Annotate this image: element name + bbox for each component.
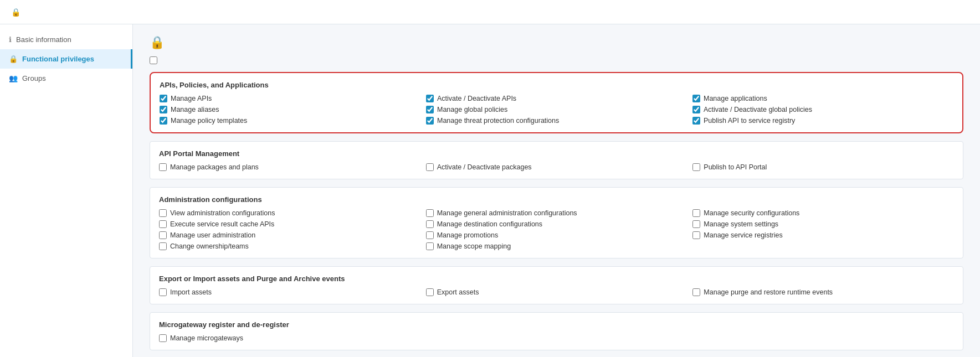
checkbox-item[interactable]: Manage service registries <box>692 231 954 239</box>
checkbox-item[interactable]: Manage applications <box>692 95 953 102</box>
checkbox-export-import-purge-1[interactable] <box>426 288 434 296</box>
checkbox-label: Export assets <box>437 288 479 296</box>
checkbox-administration-configurations-4[interactable] <box>426 220 434 228</box>
checkbox-administration-configurations-7[interactable] <box>426 231 434 239</box>
lock-icon: 🔒 <box>11 8 20 17</box>
checkbox-api-portal-management-0[interactable] <box>159 163 167 171</box>
checkbox-administration-configurations-5[interactable] <box>692 220 700 228</box>
sections-container: APIs, Policies, and ApplicationsManage A… <box>150 72 963 350</box>
checkbox-item[interactable]: Import assets <box>159 288 420 296</box>
checkbox-item[interactable]: Publish to API Portal <box>692 163 954 171</box>
sidebar: ℹ Basic information 🔒 Functional privile… <box>0 24 133 357</box>
section-title-administration-configurations: Administration configurations <box>159 195 954 204</box>
checkbox-administration-configurations-3[interactable] <box>159 220 167 228</box>
checkbox-item[interactable]: Manage system settings <box>692 220 954 228</box>
checkbox-label: Manage microgateways <box>170 334 243 342</box>
checkbox-item[interactable]: Activate / Deactivate APIs <box>426 95 687 102</box>
content-area: 🔒 APIs, Policies, and ApplicationsManage… <box>133 24 980 357</box>
section-apis-policies-applications: APIs, Policies, and ApplicationsManage A… <box>150 72 963 133</box>
checkbox-label: Manage service registries <box>704 231 782 239</box>
select-all-checkbox[interactable] <box>150 56 157 64</box>
checkbox-item[interactable]: Execute service result cache APIs <box>159 220 420 228</box>
sidebar-label-groups: Groups <box>22 74 46 82</box>
sidebar-label-basic-information: Basic information <box>16 35 71 44</box>
checkbox-label: Manage general administration configurat… <box>437 209 577 217</box>
checkbox-item[interactable]: Manage promotions <box>426 231 687 239</box>
checkbox-export-import-purge-2[interactable] <box>692 288 700 296</box>
checkbox-microgateway-0[interactable] <box>159 334 167 342</box>
checkbox-item[interactable]: Manage destination configurations <box>426 220 687 228</box>
checkbox-item[interactable]: View administration configurations <box>159 209 420 217</box>
checkbox-item[interactable]: Manage general administration configurat… <box>426 209 687 217</box>
checkbox-export-import-purge-0[interactable] <box>159 288 167 296</box>
checkbox-administration-configurations-1[interactable] <box>426 209 434 217</box>
items-grid-export-import-purge: Import assetsExport assetsManage purge a… <box>159 288 954 296</box>
page-title-lock-icon: 🔒 <box>150 35 165 50</box>
sidebar-item-groups[interactable]: 👥 Groups <box>0 69 132 88</box>
page-header-title: 🔒 <box>11 8 24 17</box>
checkbox-administration-configurations-10[interactable] <box>426 242 434 250</box>
checkbox-item[interactable]: Manage packages and plans <box>159 163 420 171</box>
checkbox-api-portal-management-2[interactable] <box>692 163 700 171</box>
items-grid-administration-configurations: View administration configurationsManage… <box>159 209 954 250</box>
checkbox-label: Publish to API Portal <box>704 163 767 171</box>
checkbox-administration-configurations-8[interactable] <box>692 231 700 239</box>
checkbox-label: Manage system settings <box>704 220 778 228</box>
items-grid-apis-policies-applications: Manage APIsActivate / Deactivate APIsMan… <box>160 95 953 125</box>
checkbox-administration-configurations-9[interactable] <box>159 242 167 250</box>
checkbox-label: Import assets <box>170 288 212 296</box>
checkbox-label: Manage promotions <box>437 231 498 239</box>
checkbox-administration-configurations-6[interactable] <box>159 231 167 239</box>
checkbox-item[interactable]: Manage scope mapping <box>426 242 687 250</box>
checkbox-administration-configurations-2[interactable] <box>692 209 700 217</box>
items-grid-api-portal-management: Manage packages and plansActivate / Deac… <box>159 163 954 171</box>
checkbox-item[interactable]: Manage security configurations <box>692 209 954 217</box>
checkbox-label: Activate / Deactivate APIs <box>437 95 516 102</box>
checkbox-label: Manage global policies <box>437 106 507 113</box>
checkbox-item[interactable]: Activate / Deactivate global policies <box>692 106 953 113</box>
checkbox-label: Activate / Deactivate global policies <box>704 106 812 113</box>
checkbox-apis-policies-applications-0[interactable] <box>160 95 167 102</box>
sidebar-item-functional-privileges[interactable]: 🔒 Functional privileges <box>0 49 132 69</box>
checkbox-item[interactable]: Manage microgateways <box>159 334 420 342</box>
checkbox-label: Publish API to service registry <box>704 117 795 125</box>
page-title: 🔒 <box>150 35 963 50</box>
sidebar-item-basic-information[interactable]: ℹ Basic information <box>0 30 132 49</box>
checkbox-label: Change ownership/teams <box>170 242 249 250</box>
section-export-import-purge: Export or Import assets and Purge and Ar… <box>150 266 963 304</box>
sidebar-label-functional-privileges: Functional privileges <box>22 55 94 63</box>
checkbox-label: Manage packages and plans <box>170 163 259 171</box>
checkbox-api-portal-management-1[interactable] <box>426 163 434 171</box>
checkbox-item[interactable]: Manage global policies <box>426 106 687 113</box>
checkbox-item[interactable]: Publish API to service registry <box>692 117 953 125</box>
checkbox-label: Manage destination configurations <box>437 220 542 228</box>
checkbox-item[interactable]: Manage purge and restore runtime events <box>692 288 954 296</box>
checkbox-item[interactable]: Manage policy templates <box>160 117 420 125</box>
section-administration-configurations: Administration configurationsView admini… <box>150 187 963 258</box>
checkbox-apis-policies-applications-7[interactable] <box>426 117 434 125</box>
checkbox-apis-policies-applications-8[interactable] <box>692 117 700 125</box>
checkbox-item[interactable]: Activate / Deactivate packages <box>426 163 687 171</box>
checkbox-apis-policies-applications-3[interactable] <box>160 106 167 113</box>
checkbox-item[interactable]: Export assets <box>426 288 687 296</box>
checkbox-apis-policies-applications-1[interactable] <box>426 95 434 102</box>
checkbox-administration-configurations-0[interactable] <box>159 209 167 217</box>
checkbox-item[interactable]: Manage threat protection configurations <box>426 117 687 125</box>
checkbox-label: Activate / Deactivate packages <box>437 163 532 171</box>
checkbox-label: Manage APIs <box>171 95 212 102</box>
items-grid-microgateway: Manage microgateways <box>159 334 954 342</box>
checkbox-apis-policies-applications-4[interactable] <box>426 106 434 113</box>
groups-icon: 👥 <box>9 74 18 82</box>
checkbox-item[interactable]: Manage aliases <box>160 106 420 113</box>
checkbox-label: Execute service result cache APIs <box>170 220 274 228</box>
select-all-row[interactable] <box>150 56 963 64</box>
checkbox-item[interactable]: Change ownership/teams <box>159 242 420 250</box>
basic-information-icon: ℹ <box>9 35 12 44</box>
checkbox-apis-policies-applications-5[interactable] <box>692 106 700 113</box>
checkbox-item[interactable]: Manage user administration <box>159 231 420 239</box>
checkbox-item[interactable]: Manage APIs <box>160 95 420 102</box>
checkbox-label: Manage aliases <box>171 106 219 113</box>
checkbox-label: Manage scope mapping <box>437 242 511 250</box>
checkbox-apis-policies-applications-6[interactable] <box>160 117 167 125</box>
checkbox-apis-policies-applications-2[interactable] <box>692 95 700 102</box>
